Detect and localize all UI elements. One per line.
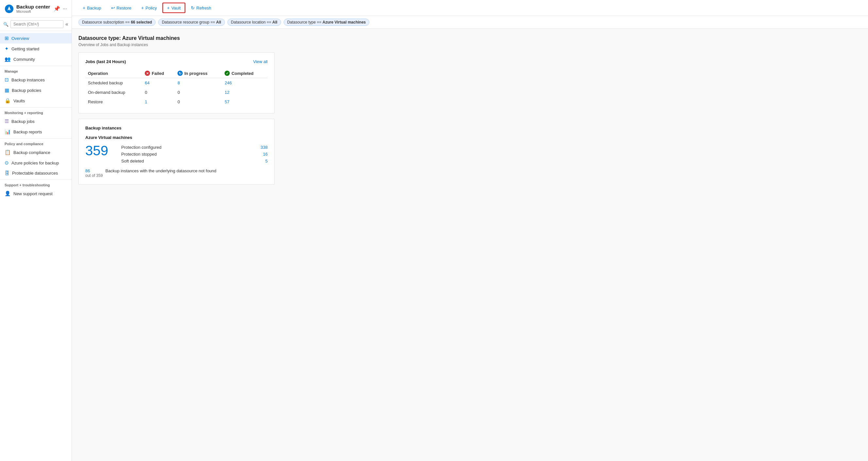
- sidebar-item-backup-reports[interactable]: 📊 Backup reports: [0, 126, 71, 137]
- vault-label: Vault: [171, 5, 181, 10]
- restore-label: Restore: [117, 5, 132, 10]
- col-inprogress-label: In progress: [184, 71, 208, 76]
- bi-orphan-text: Backup instances with the underlying dat…: [105, 168, 216, 173]
- sidebar-search-container: 🔍 «: [0, 18, 71, 31]
- support-icon: 👤: [5, 191, 11, 196]
- azure-icon: [5, 4, 14, 13]
- monitoring-section-header: Monitoring + reporting: [0, 107, 71, 116]
- more-icon[interactable]: ···: [63, 6, 67, 12]
- bi-card-title: Backup instances: [85, 126, 122, 130]
- sidebar-item-backup-compliance[interactable]: 📋 Backup compliance: [0, 147, 71, 158]
- jobs-card-header: Jobs (last 24 Hours) View all: [85, 59, 268, 64]
- bi-row-protection-configured: Protection configured 338: [121, 144, 268, 151]
- failed-link[interactable]: 1: [145, 99, 147, 104]
- sidebar-item-azure-policies[interactable]: ⊙ Azure policies for backup: [0, 158, 71, 168]
- bi-orphan-count[interactable]: 86: [85, 168, 103, 173]
- bi-footer: 86 out of 359 Backup instances with the …: [85, 168, 268, 178]
- completed-link[interactable]: 57: [224, 99, 229, 104]
- filter-subscription-value: 66 selected: [131, 20, 152, 25]
- sidebar-item-label: New support request: [13, 191, 53, 196]
- sidebar-item-label: Vaults: [13, 98, 25, 103]
- pin-icon[interactable]: 📌: [54, 5, 60, 12]
- sidebar: Backup center Microsoft 📌 ··· 🔍 « ⊞ Over…: [0, 0, 72, 461]
- job-failed[interactable]: 1: [142, 97, 175, 106]
- filter-loc-value: All: [272, 20, 277, 25]
- refresh-icon: ↻: [191, 5, 195, 10]
- manage-section-header: Manage: [0, 66, 71, 74]
- job-completed[interactable]: 12: [222, 88, 268, 97]
- inprogress-status-icon: ↻: [178, 71, 183, 76]
- bi-protection-stopped-value[interactable]: 16: [263, 152, 268, 157]
- job-operation: On-demand backup: [85, 88, 142, 97]
- policy-label: Policy: [146, 5, 157, 10]
- jobs-card: Jobs (last 24 Hours) View all Operation …: [79, 52, 275, 114]
- filter-bar: Datasource subscription == 66 selected D…: [72, 16, 868, 29]
- backup-button[interactable]: + Backup: [79, 3, 105, 13]
- filter-type[interactable]: Datasource type == Azure Virtual machine…: [284, 19, 370, 26]
- inprogress-link[interactable]: 8: [178, 81, 180, 85]
- vaults-icon: 🔒: [5, 98, 11, 104]
- refresh-button[interactable]: ↻ Refresh: [187, 3, 216, 13]
- job-operation: Restore: [85, 97, 142, 106]
- policy-section-header: Policy and compliance: [0, 138, 71, 147]
- failed-link[interactable]: 64: [145, 81, 149, 85]
- completed-link[interactable]: 12: [224, 90, 229, 95]
- filter-resource-group[interactable]: Datasource resource group == All: [158, 19, 224, 26]
- bi-soft-deleted-value[interactable]: 5: [266, 159, 268, 163]
- job-inprogress[interactable]: 8: [175, 78, 222, 88]
- view-all-link[interactable]: View all: [253, 59, 268, 64]
- vault-button[interactable]: + Vault: [162, 3, 185, 13]
- jobs-table: Operation ✕ Failed ↻ In progress: [85, 69, 268, 106]
- sidebar-item-label: Backup reports: [13, 129, 42, 134]
- collapse-button[interactable]: «: [65, 21, 68, 27]
- bi-orphan-out-of: out of 359: [85, 173, 103, 178]
- support-section-header: Support + troubleshooting: [0, 180, 71, 188]
- backup-label: Backup: [87, 5, 101, 10]
- getting-started-icon: ✦: [5, 46, 9, 52]
- sidebar-item-getting-started[interactable]: ✦ Getting started: [0, 43, 71, 54]
- overview-icon: ⊞: [5, 35, 9, 41]
- community-icon: 👥: [5, 56, 11, 62]
- col-failed-label: Failed: [152, 71, 164, 76]
- backup-jobs-icon: ☰: [5, 118, 9, 124]
- sidebar-item-community[interactable]: 👥 Community: [0, 54, 71, 64]
- backup-instances-card: Backup instances Azure Virtual machines …: [79, 119, 275, 185]
- search-icon: 🔍: [3, 22, 8, 27]
- plus-icon2: +: [141, 5, 144, 10]
- job-failed[interactable]: 64: [142, 78, 175, 88]
- table-row: Scheduled backup648246: [85, 78, 268, 88]
- sidebar-item-backup-instances[interactable]: ⊡ Backup instances: [0, 74, 71, 85]
- backup-reports-icon: 📊: [5, 129, 11, 135]
- sidebar-item-label: Backup policies: [12, 88, 41, 93]
- protectable-datasources-icon: 🗄: [5, 170, 9, 176]
- backup-instances-icon: ⊡: [5, 77, 9, 83]
- sidebar-item-new-support-request[interactable]: 👤 New support request: [0, 188, 71, 199]
- sidebar-item-overview[interactable]: ⊞ Overview: [0, 33, 71, 43]
- job-inprogress: 0: [175, 97, 222, 106]
- job-completed[interactable]: 57: [222, 97, 268, 106]
- restore-button[interactable]: ↩ Restore: [107, 3, 136, 13]
- restore-icon: ↩: [111, 5, 115, 10]
- col-failed: ✕ Failed: [142, 69, 175, 78]
- filter-type-value: Azure Virtual machines: [322, 20, 366, 25]
- search-input[interactable]: [10, 20, 63, 28]
- toolbar: + Backup ↩ Restore + Policy + Vault ↻ Re…: [72, 0, 868, 16]
- bi-subtitle: Azure Virtual machines: [85, 135, 268, 140]
- filter-location[interactable]: Datasource location == All: [227, 19, 281, 26]
- job-completed[interactable]: 246: [222, 78, 268, 88]
- failed-status-icon: ✕: [145, 71, 150, 76]
- sidebar-item-backup-policies[interactable]: ▦ Backup policies: [0, 85, 71, 95]
- sidebar-item-label: Backup instances: [11, 78, 45, 82]
- policy-button[interactable]: + Policy: [137, 3, 161, 13]
- sidebar-item-backup-jobs[interactable]: ☰ Backup jobs: [0, 116, 71, 126]
- filter-subscription[interactable]: Datasource subscription == 66 selected: [79, 19, 156, 26]
- completed-link[interactable]: 246: [224, 81, 232, 85]
- sidebar-item-label: Getting started: [11, 47, 39, 51]
- sidebar-item-label: Backup compliance: [13, 150, 50, 155]
- sidebar-item-protectable-datasources[interactable]: 🗄 Protectable datasources: [0, 168, 71, 178]
- bi-total-count[interactable]: 359: [85, 144, 108, 158]
- bi-protection-configured-value[interactable]: 338: [260, 145, 268, 150]
- sidebar-item-vaults[interactable]: 🔒 Vaults: [0, 95, 71, 106]
- refresh-label: Refresh: [196, 5, 212, 10]
- col-completed: ✓ Completed: [222, 69, 268, 78]
